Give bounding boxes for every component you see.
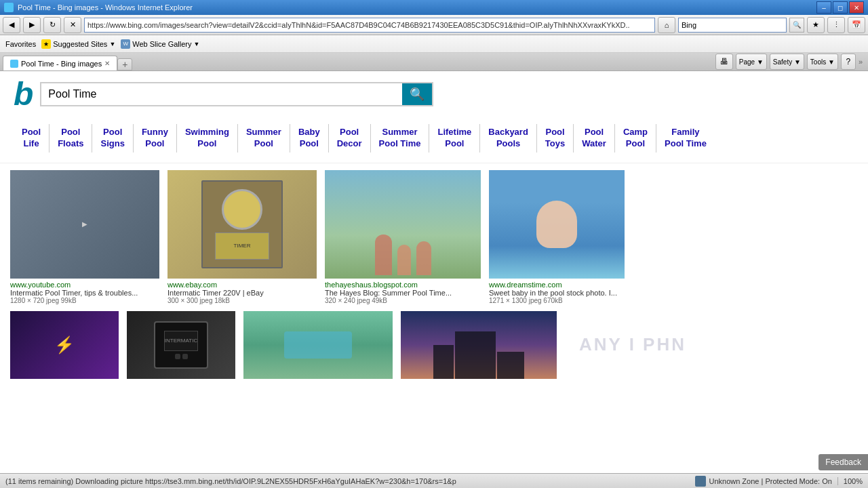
search-icon: 🔍 — [410, 87, 425, 102]
minimize-button[interactable]: – — [816, 1, 831, 14]
suggested-sites-label: Suggested Sites — [53, 40, 107, 48]
forward-button[interactable]: ▶ — [23, 17, 41, 33]
bing-header: b 🔍 — [0, 71, 868, 117]
new-tab-button[interactable]: + — [117, 58, 132, 70]
related-summer-pool-time[interactable]: SummerPool Time — [371, 124, 430, 152]
status-bar: (11 items remaining) Downloading picture… — [0, 473, 868, 488]
image-card-1[interactable]: ▶ www.youtube.com Intermatic Pool Timer,… — [10, 170, 159, 304]
related-backyard-pools[interactable]: BackyardPools — [480, 124, 537, 152]
image-card-6[interactable]: INTERMATIC — [127, 311, 235, 379]
bing-search-input[interactable] — [41, 83, 402, 105]
image-meta-3: 320 × 240 jpeg 49kB — [325, 297, 481, 304]
image-meta-2: 300 × 300 jpeg 18kB — [167, 297, 317, 304]
search-box-wrapper: 🔍 — [40, 82, 433, 106]
related-swimming-pool[interactable]: SwimmingPool — [177, 124, 238, 152]
related-pool-floats[interactable]: PoolFloats — [50, 124, 92, 152]
related-funny-pool[interactable]: FunnyPool — [134, 124, 177, 152]
browser-search-input[interactable] — [678, 18, 787, 33]
bing-search-button[interactable]: 🔍 — [402, 83, 432, 105]
device-label: INTERMATIC — [165, 338, 197, 344]
image-card-5[interactable]: ⚡ — [10, 311, 119, 379]
help-button[interactable]: ? — [841, 54, 856, 70]
extras-button[interactable]: » — [859, 58, 863, 66]
image-desc-1: Intermatic Pool Timer, tips & troubles..… — [10, 289, 159, 297]
tab-label: Pool Time - Bing images — [21, 60, 102, 68]
refresh-button[interactable]: ↻ — [43, 17, 61, 33]
page-button[interactable]: Page ▼ — [736, 54, 767, 70]
title-controls: – ◻ ✕ — [816, 1, 864, 14]
history-button[interactable]: 📅 — [848, 17, 865, 33]
stop-button[interactable]: ✕ — [64, 17, 81, 33]
favorites-bar: Favorites ★ Suggested Sites ▼ W Web Slic… — [0, 35, 868, 53]
window-title: Pool Time - Bing images - Windows Intern… — [18, 3, 193, 12]
bing-logo: b — [14, 78, 32, 110]
address-bar[interactable] — [84, 18, 655, 33]
status-zoom: 100% — [844, 477, 863, 485]
favorites-label: Favorites — [5, 40, 36, 48]
favorites-button[interactable]: ★ — [807, 17, 825, 33]
related-lifetime-pool[interactable]: LifetimePool — [429, 124, 480, 152]
related-pool-water[interactable]: PoolWater — [574, 124, 615, 152]
related-pool-toys[interactable]: PoolToys — [537, 124, 574, 152]
feedback-label: Feedback — [825, 458, 861, 467]
fav-web-slice[interactable]: W Web Slice Gallery ▼ — [121, 39, 199, 49]
tab-favicon — [10, 60, 18, 68]
image-placeholder-1: ▶ — [82, 220, 87, 228]
image-card-2[interactable]: TIMER www.ebay.com Intermatic Timer 220V… — [167, 170, 317, 304]
restore-button[interactable]: ◻ — [833, 1, 848, 14]
fantasy-icon: ⚡ — [54, 336, 75, 354]
image-card-8[interactable] — [401, 311, 557, 379]
related-pool-life[interactable]: PoolLife — [14, 124, 50, 152]
image-desc-3: The Hayes Blog: Summer Pool Time... — [325, 289, 481, 297]
related-baby-pool[interactable]: BabyPool — [290, 124, 329, 152]
image-card-3[interactable]: thehayeshaus.blogspot.com The Hayes Blog… — [325, 170, 481, 304]
image-desc-2: Intermatic Timer 220V | eBay — [167, 289, 317, 297]
zone-icon — [695, 476, 706, 487]
status-zoom-wrapper: 100% — [837, 477, 863, 485]
web-slice-label: Web Slice Gallery — [132, 40, 191, 48]
suggested-sites-arrow: ▼ — [109, 41, 115, 47]
image-grid-row1: ▶ www.youtube.com Intermatic Pool Timer,… — [0, 163, 868, 311]
related-camp-pool[interactable]: CampPool — [615, 124, 656, 152]
image-card-7[interactable] — [243, 311, 393, 379]
nav-bar: ◀ ▶ ↻ ✕ ⌂ 🔍 ★ ⋮ 📅 — [0, 15, 868, 35]
ie-icon — [4, 3, 14, 12]
related-summer-pool[interactable]: SummerPool — [238, 124, 290, 152]
tab-pool-time[interactable]: Pool Time - Bing images ✕ — [3, 56, 117, 70]
status-text: (11 items remaining) Downloading picture… — [5, 477, 695, 485]
image-meta-4: 1271 × 1300 jpeg 670kB — [489, 297, 625, 304]
related-pool-decor[interactable]: PoolDecor — [329, 124, 371, 152]
image-meta-1: 868 × 488 jpeg 99kB — [10, 297, 159, 304]
feeds-button[interactable]: ⋮ — [827, 17, 845, 33]
image-source-1: www.youtube.com — [10, 281, 159, 289]
timer-text: TIMER — [234, 243, 251, 249]
title-bar: Pool Time - Bing images - Windows Intern… — [0, 0, 868, 15]
close-button[interactable]: ✕ — [849, 1, 864, 14]
image-source-3: thehayeshaus.blogspot.com — [325, 281, 481, 289]
web-slice-arrow: ▼ — [194, 41, 200, 47]
image-source-2: www.ebay.com — [167, 281, 317, 289]
suggested-sites-icon: ★ — [41, 39, 51, 49]
status-zone: Unknown Zone | Protected Mode: On — [709, 477, 831, 485]
related-family-pool-time[interactable]: FamilyPool Time — [656, 124, 715, 152]
tab-close-icon[interactable]: ✕ — [104, 60, 110, 67]
safety-button[interactable]: Safety ▼ — [770, 54, 804, 70]
image-card-4[interactable]: www.dreamstime.com Sweet baby in the poo… — [489, 170, 625, 304]
command-bar: 🖶 Page ▼ Safety ▼ Tools ▼ ? » — [710, 53, 868, 70]
back-button[interactable]: ◀ — [3, 17, 20, 33]
print-button[interactable]: 🖶 — [715, 54, 733, 70]
related-pool-signs[interactable]: PoolSigns — [92, 124, 133, 152]
browser-search-button[interactable]: 🔍 — [789, 18, 804, 33]
fav-suggested-sites[interactable]: ★ Suggested Sites ▼ — [41, 39, 115, 49]
tools-button[interactable]: Tools ▼ — [807, 54, 838, 70]
watermark-text: ANY I PHN — [579, 334, 686, 355]
image-source-4: www.dreamstime.com — [489, 281, 625, 289]
feedback-button[interactable]: Feedback — [818, 454, 868, 470]
related-searches: PoolLife PoolFloats PoolSigns FunnyPool … — [0, 117, 868, 163]
home-button[interactable]: ⌂ — [658, 17, 675, 33]
watermark-area: ANY I PHN — [565, 311, 701, 379]
image-grid-row2: ⚡ INTERMATIC — [0, 311, 868, 386]
image-desc-4: Sweet baby in the pool stock photo. I... — [489, 289, 625, 297]
status-right: Unknown Zone | Protected Mode: On 100% — [695, 476, 863, 487]
web-slice-icon: W — [121, 39, 130, 49]
